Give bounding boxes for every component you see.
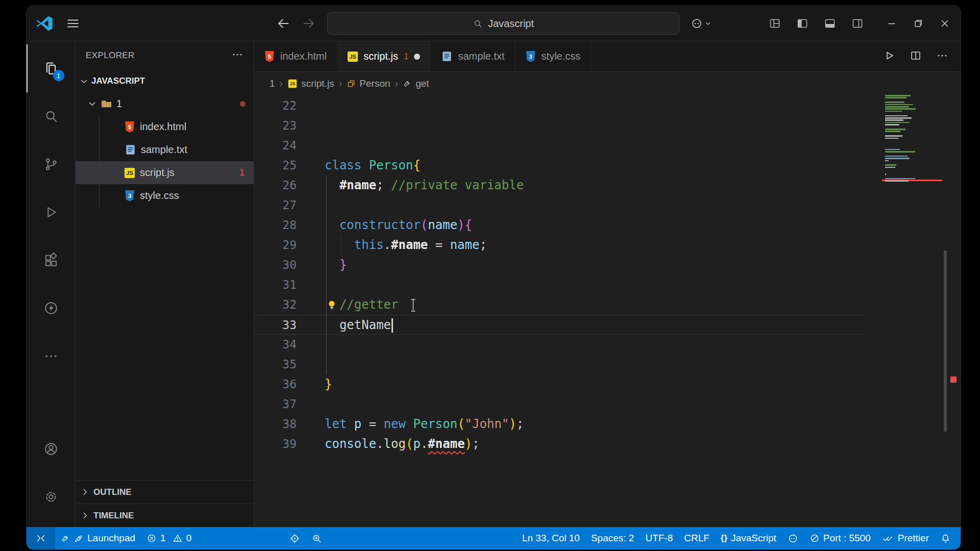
folder-row[interactable]: 1: [76, 92, 254, 115]
line-number[interactable]: 31: [254, 275, 303, 295]
line-number[interactable]: 33: [254, 315, 303, 334]
language-mode-indicator[interactable]: {} JavaScript: [715, 527, 782, 549]
line-number[interactable]: 27: [254, 195, 303, 215]
activity-explorer-icon[interactable]: 1: [27, 44, 76, 92]
nav-forward-icon[interactable]: [302, 16, 316, 31]
line-number[interactable]: 24: [254, 136, 303, 156]
customize-layout-icon[interactable]: [769, 17, 781, 30]
line-number[interactable]: 34: [254, 335, 303, 355]
line-number[interactable]: 30: [254, 255, 303, 275]
line-content: class Person{: [303, 156, 864, 176]
code-line[interactable]: 39 console.log(p.#name);: [254, 434, 864, 454]
activity-search-icon[interactable]: [27, 92, 76, 140]
code-line[interactable]: 33 getName: [254, 315, 864, 335]
settings-gear-icon[interactable]: [27, 473, 76, 521]
activity-extensions-icon[interactable]: [27, 236, 76, 284]
lightbulb-icon[interactable]: [326, 299, 337, 311]
eol-indicator[interactable]: CRLF: [678, 527, 715, 549]
file-row[interactable]: 3 style.css: [76, 184, 254, 207]
code-line[interactable]: 31: [254, 275, 864, 295]
explorer-more-actions-icon[interactable]: [231, 48, 243, 63]
line-number[interactable]: 35: [254, 355, 303, 374]
line-number[interactable]: 36: [254, 374, 303, 394]
prettier-indicator[interactable]: Prettier: [876, 527, 935, 549]
breadcrumb-item[interactable]: 1: [270, 78, 275, 89]
line-number[interactable]: 26: [254, 176, 303, 195]
line-number[interactable]: 22: [254, 96, 303, 116]
tab-label: sample.txt: [458, 51, 504, 62]
line-number[interactable]: 38: [254, 414, 303, 434]
activity-more-views-icon[interactable]: [27, 332, 76, 380]
code-line[interactable]: 23: [254, 116, 864, 136]
line-content: [303, 355, 864, 374]
code-line[interactable]: 38 let p = new Person("John");: [254, 414, 864, 434]
nav-back-icon[interactable]: [276, 16, 290, 31]
code-line[interactable]: 26 #name; //private variable: [254, 176, 864, 195]
window-restore-icon[interactable]: [913, 18, 924, 29]
line-number[interactable]: 39: [254, 434, 303, 454]
code-line[interactable]: 24: [254, 136, 864, 156]
remote-indicator[interactable]: [27, 527, 55, 549]
chevron-right-icon: [81, 511, 89, 520]
copilot-status-icon[interactable]: [782, 527, 804, 549]
timeline-panel-header[interactable]: TIMELINE: [76, 504, 254, 527]
line-number[interactable]: 28: [254, 215, 303, 235]
editor-tab[interactable]: JS script.js 1: [337, 41, 431, 71]
code-editor[interactable]: 22 23 24 25 class Person{ 26 #name; //pr…: [254, 95, 961, 527]
breadcrumb-item[interactable]: get: [403, 78, 429, 89]
zoom-indicator-icon[interactable]: [306, 527, 328, 549]
window-close-icon[interactable]: [939, 18, 950, 29]
launchpad-button[interactable]: Launchpad: [55, 527, 141, 549]
outline-panel-header[interactable]: OUTLINE: [76, 480, 254, 504]
accounts-icon[interactable]: [27, 425, 76, 473]
activity-thunder-client-icon[interactable]: [27, 284, 76, 332]
editor-tab[interactable]: sample.txt: [431, 41, 515, 71]
command-center-search[interactable]: Javascript: [327, 12, 679, 35]
line-content: [303, 96, 864, 116]
line-number[interactable]: 32: [254, 295, 303, 315]
file-row[interactable]: 5 index.html: [76, 115, 254, 138]
cursor-position-indicator[interactable]: Ln 33, Col 10: [517, 527, 585, 549]
problems-indicator[interactable]: 1 0: [141, 527, 197, 549]
workspace-section-header[interactable]: JAVASCRIPT: [76, 70, 254, 92]
code-line[interactable]: 37: [254, 394, 864, 414]
live-server-port-indicator[interactable]: Port : 5500: [804, 527, 876, 549]
focus-target-icon[interactable]: [284, 527, 306, 549]
minimap[interactable]: [882, 95, 942, 314]
file-row[interactable]: JS script.js 1: [76, 161, 254, 184]
toggle-secondary-sidebar-icon[interactable]: [851, 17, 864, 30]
line-number[interactable]: 29: [254, 235, 303, 255]
toggle-panel-icon[interactable]: [824, 17, 836, 30]
code-line[interactable]: 27: [254, 195, 864, 215]
code-line[interactable]: 25 class Person{: [254, 156, 864, 176]
code-line[interactable]: 36 }: [254, 374, 864, 394]
window-minimize-icon[interactable]: [886, 18, 897, 29]
encoding-indicator[interactable]: UTF-8: [640, 527, 678, 549]
breadcrumb-item[interactable]: Person: [347, 78, 390, 89]
notifications-bell-icon[interactable]: [935, 527, 957, 549]
activity-run-debug-icon[interactable]: [27, 188, 76, 236]
code-line[interactable]: 29 this.#name = name;: [254, 235, 864, 255]
activity-source-control-icon[interactable]: [27, 140, 76, 188]
code-line[interactable]: 22: [254, 96, 864, 116]
indentation-indicator[interactable]: Spaces: 2: [585, 527, 640, 549]
code-line[interactable]: 35: [254, 355, 864, 374]
line-number[interactable]: 37: [254, 394, 303, 414]
line-number[interactable]: 25: [254, 156, 303, 176]
breadcrumb-item[interactable]: JSscript.js: [287, 78, 334, 89]
split-editor-icon[interactable]: [910, 49, 922, 64]
code-line[interactable]: 32 //getter: [254, 295, 864, 315]
editor-tab[interactable]: 3 style.css: [516, 41, 592, 71]
editor-more-actions-icon[interactable]: [936, 49, 948, 64]
copilot-menu-button[interactable]: [691, 17, 711, 30]
toggle-primary-sidebar-icon[interactable]: [796, 17, 808, 30]
menu-hamburger-icon[interactable]: [66, 17, 80, 30]
code-line[interactable]: 34: [254, 335, 864, 355]
run-file-icon[interactable]: [883, 49, 895, 64]
editor-scrollbar[interactable]: [944, 251, 947, 432]
code-line[interactable]: 28 constructor(name){: [254, 215, 864, 235]
file-row[interactable]: sample.txt: [76, 138, 254, 161]
editor-tab[interactable]: 5 index.html: [254, 41, 337, 71]
code-line[interactable]: 30 }: [254, 255, 864, 275]
line-number[interactable]: 23: [254, 116, 303, 136]
